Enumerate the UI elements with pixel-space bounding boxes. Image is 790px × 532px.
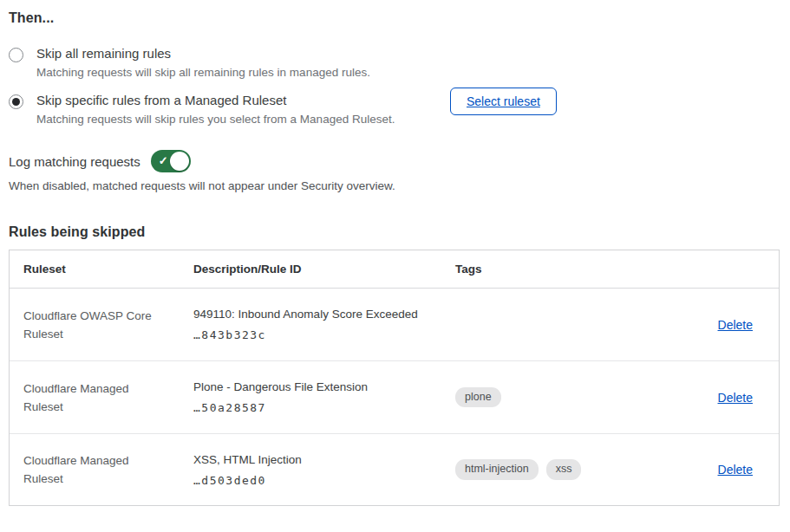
option-skip-all-rules: Skip all remaining rules Matching reques… — [9, 46, 780, 79]
delete-link[interactable]: Delete — [718, 318, 753, 332]
log-matching-label: Log matching requests — [9, 154, 140, 169]
rule-description: 949110: Inbound Anomaly Score Exceeded — [193, 308, 455, 321]
rules-skipped-table: Ruleset Description/Rule ID Tags Cloudfl… — [9, 250, 780, 506]
tag-pill: xss — [546, 459, 582, 480]
action-cell: Delete — [718, 390, 779, 405]
radio-skip-specific-rules[interactable] — [9, 94, 23, 109]
radio-skip-all-rules[interactable] — [9, 48, 23, 62]
delete-link[interactable]: Delete — [718, 463, 753, 477]
option-text: Skip all remaining rules Matching reques… — [36, 46, 370, 79]
then-heading: Then... — [9, 10, 780, 26]
option-description: Matching requests will skip all remainin… — [36, 66, 370, 79]
option-text: Skip specific rules from a Managed Rules… — [36, 93, 395, 126]
check-icon: ✓ — [159, 154, 168, 168]
ruleset-cell: Cloudflare Managed Ruleset — [10, 451, 170, 488]
option-description: Matching requests will skip rules you se… — [36, 113, 395, 126]
waf-rule-config-panel: Then... Skip all remaining rules Matchin… — [0, 0, 790, 506]
tag-pill: plone — [455, 387, 501, 408]
action-cell: Delete — [718, 462, 779, 477]
action-cell: Delete — [718, 317, 779, 333]
delete-link[interactable]: Delete — [718, 391, 753, 405]
log-matching-section: Log matching requests ✓ When disabled, m… — [9, 150, 780, 192]
select-ruleset-button[interactable]: Select ruleset — [450, 88, 557, 115]
log-matching-description: When disabled, matched requests will not… — [9, 179, 780, 192]
description-cell: Plone - Dangerous File Extension …50a285… — [193, 380, 455, 414]
option-skip-specific-rules: Skip specific rules from a Managed Rules… — [9, 93, 780, 126]
rules-table-body: Cloudflare OWASP Core Ruleset 949110: In… — [10, 289, 779, 505]
table-row: Cloudflare OWASP Core Ruleset 949110: In… — [10, 289, 779, 361]
option-label[interactable]: Skip specific rules from a Managed Rules… — [36, 93, 395, 107]
tags-cell: plone — [455, 387, 643, 408]
rule-description: Plone - Dangerous File Extension — [193, 380, 455, 393]
table-row: Cloudflare Managed Ruleset XSS, HTML Inj… — [10, 434, 779, 505]
description-cell: XSS, HTML Injection …d503ded0 — [193, 453, 455, 487]
rule-id: …843b323c — [193, 328, 455, 341]
column-header-tags: Tags — [455, 263, 643, 276]
description-cell: 949110: Inbound Anomaly Score Exceeded …… — [193, 308, 455, 341]
rule-id: …50a28587 — [193, 401, 455, 414]
column-header-ruleset: Ruleset — [10, 263, 193, 276]
toggle-knob — [170, 152, 189, 171]
tag-pill: html-injection — [455, 459, 539, 480]
column-header-description: Description/Rule ID — [193, 263, 455, 276]
ruleset-cell: Cloudflare Managed Ruleset — [10, 380, 170, 416]
ruleset-cell: Cloudflare OWASP Core Ruleset — [10, 307, 170, 343]
rule-description: XSS, HTML Injection — [193, 453, 455, 466]
tags-cell: html-injectionxss — [455, 459, 643, 480]
action-options-group: Skip all remaining rules Matching reques… — [9, 46, 780, 126]
log-matching-toggle[interactable]: ✓ — [151, 150, 191, 172]
table-row: Cloudflare Managed Ruleset Plone - Dange… — [10, 361, 779, 434]
table-header-row: Ruleset Description/Rule ID Tags — [10, 250, 779, 289]
rules-skipped-heading: Rules being skipped — [9, 224, 780, 240]
rule-id: …d503ded0 — [193, 474, 455, 487]
option-label[interactable]: Skip all remaining rules — [36, 46, 370, 61]
